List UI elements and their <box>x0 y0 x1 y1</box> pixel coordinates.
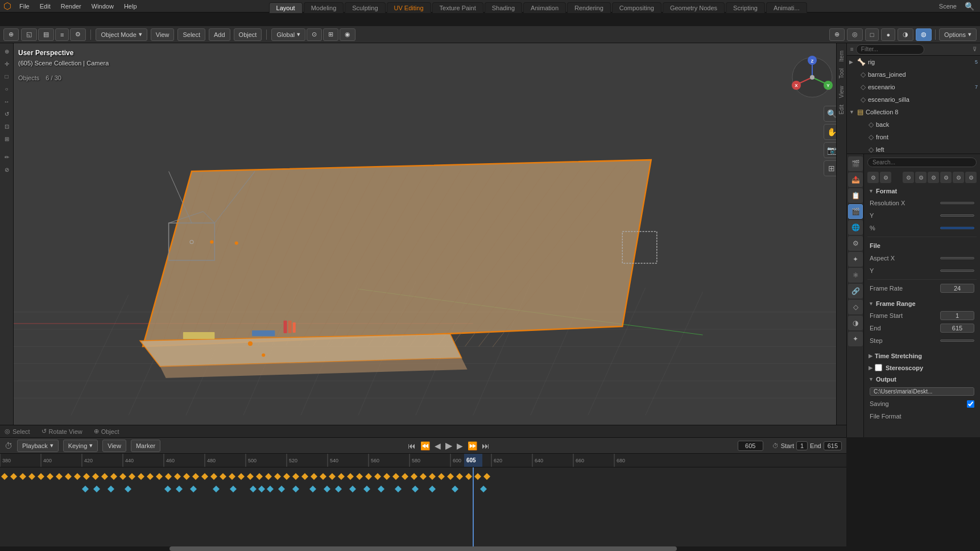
menu-render[interactable]: Render <box>56 2 86 11</box>
viewport-3d[interactable]: User Perspective (605) Scene Collection … <box>14 43 846 437</box>
props-icon-6[interactable]: ⚙ <box>940 172 952 183</box>
next-keyframe-btn[interactable]: ▶ <box>456 440 464 451</box>
current-frame-display[interactable]: 605 <box>738 441 763 451</box>
menu-edit[interactable]: Edit <box>35 2 55 11</box>
tab-texture-paint[interactable]: Texture Paint <box>432 2 483 13</box>
select-menu[interactable]: Select <box>177 28 205 41</box>
scale-tool[interactable]: ⊡ <box>1 121 13 132</box>
props-icon-3[interactable]: ⚙ <box>903 172 914 183</box>
tab-geometry-nodes[interactable]: Geometry Nodes <box>663 2 725 13</box>
tab-compositing[interactable]: Compositing <box>612 2 661 13</box>
shading-material[interactable]: ◑ <box>898 28 913 41</box>
view-label[interactable]: View <box>838 84 845 100</box>
frame-rate-value[interactable]: 24 <box>940 284 974 293</box>
pivot-point[interactable]: ⊙ <box>307 28 322 41</box>
tab-uv-editing[interactable]: UV Editing <box>387 2 431 13</box>
tab-particles[interactable]: ✦ <box>848 252 863 267</box>
playback-menu[interactable]: Playback ▾ <box>17 440 59 452</box>
stereoscopy-checkbox[interactable] <box>875 364 882 371</box>
view-menu[interactable]: View <box>151 28 175 41</box>
tab-view-layer[interactable]: 📋 <box>848 188 863 203</box>
output-path-value[interactable]: C:\Users\maria\Deskt... <box>870 387 974 396</box>
resolution-x-value[interactable] <box>940 202 974 204</box>
tab-shading[interactable]: Shading <box>485 2 522 13</box>
tab-layout[interactable]: Layout <box>269 2 303 13</box>
tab-object[interactable]: ⚙ <box>848 236 863 251</box>
keyframe-area[interactable] <box>0 467 846 546</box>
frame-step-value[interactable] <box>940 339 974 342</box>
frame-end-value[interactable]: 615 <box>940 324 974 333</box>
props-icon-4[interactable]: ⚙ <box>915 172 927 183</box>
props-icon-7[interactable]: ⚙ <box>953 172 964 183</box>
tab-animati[interactable]: Animati... <box>766 2 807 13</box>
output-header[interactable]: ▼ Output <box>867 374 977 385</box>
item-label[interactable]: Item <box>838 49 845 63</box>
options-dropdown[interactable]: Options ▾ <box>939 28 977 41</box>
cursor-tool[interactable]: ✛ <box>1 58 13 69</box>
timeline-scrollbar[interactable] <box>0 546 846 551</box>
jump-end-btn[interactable]: ⏭ <box>481 440 491 451</box>
object-mode-dropdown[interactable]: Object Mode ▾ <box>96 28 147 41</box>
props-icon-2[interactable]: ⚙ <box>880 172 891 183</box>
editor-timeline[interactable]: ▤ <box>38 28 54 41</box>
annotate-tool[interactable]: ✏ <box>1 151 13 163</box>
end-frame-value[interactable]: 615 <box>824 441 842 450</box>
tab-render[interactable]: 🎬 <box>848 156 863 171</box>
view-timeline-menu[interactable]: View <box>102 440 126 452</box>
move-grab-tool[interactable]: ↔ <box>1 96 13 107</box>
gizmo-settings[interactable]: ⊕ <box>829 28 845 41</box>
tab-shader[interactable]: ✦ <box>848 332 863 346</box>
outliner-item-escenario-silla[interactable]: ◇ escenario_silla <box>847 93 980 106</box>
time-stretching-header[interactable]: ▶ Time Stretching <box>867 350 977 362</box>
menu-file[interactable]: File <box>15 2 34 11</box>
proportional-edit[interactable]: ◉ <box>340 28 355 41</box>
outliner-item-left[interactable]: ▶ ◇ left <box>847 143 980 154</box>
props-search-input[interactable] <box>867 158 977 167</box>
prev-keyframe-btn[interactable]: ◀ <box>433 440 442 451</box>
measure-tool[interactable]: ⊘ <box>1 164 13 175</box>
start-frame-value[interactable]: 1 <box>796 441 808 450</box>
outliner-search-input[interactable] <box>856 44 924 55</box>
editor-props[interactable]: ⚙ <box>70 28 86 41</box>
editor-outliner[interactable]: ≡ <box>55 28 69 41</box>
select-box-tool[interactable]: □ <box>1 71 13 82</box>
tab-object-data[interactable]: ◇ <box>848 300 863 314</box>
rotate-tool[interactable]: ↺ <box>1 108 13 119</box>
outliner-item-escenario[interactable]: ◇ escenario 7 <box>847 81 980 93</box>
props-icon-5[interactable]: ⚙ <box>928 172 939 183</box>
tab-constraints[interactable]: 🔗 <box>848 284 863 299</box>
outliner-item-back[interactable]: ▶ ◇ back <box>847 118 980 131</box>
resolution-percent-value[interactable] <box>940 227 974 229</box>
outliner-item-barras[interactable]: ◇ barras_joined <box>847 68 980 81</box>
tab-animation[interactable]: Animation <box>523 2 566 13</box>
timeline-scrollbar-thumb[interactable] <box>169 546 677 551</box>
outliner-item-front[interactable]: ▶ ◇ front <box>847 131 980 143</box>
play-btn[interactable]: ▶ <box>444 439 453 452</box>
tab-rendering[interactable]: Rendering <box>567 2 611 13</box>
tab-scene[interactable]: 🎬 <box>848 204 863 219</box>
format-section-header[interactable]: ▼ Format <box>867 185 977 197</box>
object-menu[interactable]: Object <box>234 28 262 41</box>
tool-selector[interactable]: ⊕ <box>3 28 19 41</box>
tab-modeling[interactable]: Modeling <box>304 2 344 13</box>
menu-help[interactable]: Help <box>119 2 142 11</box>
global-transform[interactable]: Global ▾ <box>271 28 305 41</box>
stereoscopy-header[interactable]: ▶ Stereoscopy <box>867 362 977 374</box>
next-frame-btn[interactable]: ⏩ <box>466 440 478 451</box>
tab-world[interactable]: 🌐 <box>848 220 863 235</box>
shading-solid[interactable]: ● <box>881 28 895 41</box>
snap-toggle[interactable]: ⊞ <box>323 28 338 41</box>
transform-tool[interactable]: ⊞ <box>1 133 13 144</box>
tab-output[interactable]: 📤 <box>848 172 863 187</box>
props-icon-1[interactable]: ⚙ <box>867 172 879 183</box>
tool-label[interactable]: Tool <box>838 67 845 80</box>
resolution-y-value[interactable] <box>940 214 974 217</box>
aspect-x-value[interactable] <box>940 257 974 259</box>
outliner-item-rig[interactable]: ▶ 🦴 rig 5 <box>847 56 980 68</box>
shading-render[interactable]: ◍ <box>916 28 932 41</box>
tab-scripting[interactable]: Scripting <box>726 2 765 13</box>
tab-material[interactable]: ◑ <box>848 316 863 330</box>
frame-range-section-header[interactable]: ▼ Frame Range <box>867 298 977 309</box>
tab-sculpting[interactable]: Sculpting <box>345 2 385 13</box>
menu-window[interactable]: Window <box>87 2 118 11</box>
